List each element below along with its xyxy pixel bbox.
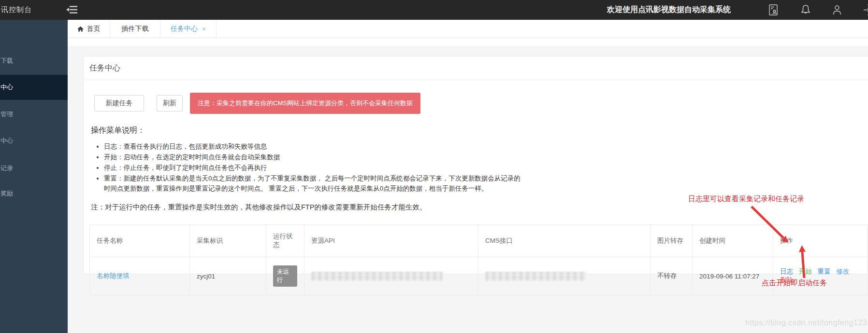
- tabstrip: 首页 插件下载 任务中心 ×: [68, 20, 868, 46]
- start-annotation-text: 点击开始即启动任务: [762, 278, 827, 288]
- sidebar-item-rewards[interactable]: 奖励: [0, 181, 68, 206]
- col-run-status: 运行状态: [266, 225, 304, 257]
- col-collect-id: 采集标识: [190, 225, 266, 257]
- cms-binding-alert: 注意：采集之前需要在你的CMS网站上绑定资源分类，否则不会采集任何数据: [190, 93, 420, 114]
- log-action-link[interactable]: 日志: [780, 268, 793, 275]
- help-item-start: 开始：启动任务，在选定的定时时间点任务就会自动采集数据: [104, 152, 521, 162]
- bell-icon[interactable]: [800, 4, 811, 16]
- brand-title: 讯控制台: [1, 5, 32, 14]
- help-item-reset: 重置：新建的任务默认采集的是当天0点之后的数据，为了不重复采集数据， 之后每一个…: [104, 173, 521, 194]
- table-row: 名称随便填 zycj01 未运行 不转存 2019-09-06 11:07:27…: [90, 257, 868, 295]
- welcome-text: 欢迎使用点讯影视数据自动采集系统: [607, 5, 731, 15]
- tab-plugin-download[interactable]: 插件下载: [110, 20, 160, 38]
- sidebar-item-center[interactable]: 中心: [0, 128, 68, 153]
- profile-card-icon[interactable]: [767, 4, 779, 16]
- actions-cell: 日志 开始 重置 修改 删除: [773, 257, 868, 295]
- refresh-button[interactable]: 刷新: [157, 95, 183, 111]
- sidebar-item-label: 管理: [0, 111, 13, 118]
- tab-label: 首页: [87, 25, 101, 33]
- image-transfer-value: 不转存: [657, 272, 677, 279]
- main-content: 任务中心 新建任务 刷新 注意：采集之前需要在你的CMS网站上绑定资源分类，否则…: [68, 46, 868, 333]
- col-created-at: 创建时间: [693, 225, 773, 257]
- watermark-text: https://blog.csdn.net/longfeng1234: [745, 319, 868, 327]
- help-item-log: 日志：查看任务执行的日志，包括更新成功和失败等信息: [104, 141, 521, 152]
- task-name-link[interactable]: 名称随便填: [97, 272, 130, 279]
- col-cms-api: CMS接口: [478, 225, 651, 257]
- menu-help-title: 操作菜单说明：: [91, 125, 868, 136]
- start-action-link[interactable]: 开始: [799, 268, 812, 275]
- col-image-transfer: 图片转存: [651, 225, 693, 257]
- log-annotation-text: 日志里可以查看采集记录和任务记录: [688, 194, 804, 204]
- topbar: 讯控制台 欢迎使用点讯影视数据自动采集系统: [0, 0, 868, 20]
- col-task-name: 任务名称: [90, 225, 190, 257]
- user-icon[interactable]: [831, 4, 843, 16]
- tab-label: 插件下载: [122, 25, 149, 33]
- cms-api-redacted: [485, 272, 586, 281]
- task-table: 任务名称 采集标识 运行状态 资源API CMS接口 图片转存 创建时间 操作 …: [89, 224, 868, 295]
- tab-label: 任务中心: [171, 25, 198, 33]
- resource-api-redacted: [311, 272, 443, 281]
- tab-task-center[interactable]: 任务中心 ×: [160, 20, 217, 38]
- toolbar: 新建任务 刷新 注意：采集之前需要在你的CMS网站上绑定资源分类，否则不会采集任…: [94, 93, 868, 114]
- sidebar-item-label: 下载: [0, 57, 13, 64]
- help-item-stop: 停止：停止任务，即使到了定时时间点任务也不会再执行: [104, 163, 521, 173]
- sidebar-item-label: 奖励: [0, 190, 13, 197]
- collect-id-value: zycj01: [197, 273, 215, 280]
- page-title: 任务中心: [84, 56, 868, 80]
- logout-icon[interactable]: [863, 4, 868, 16]
- menu-help-list: 日志：查看任务执行的日志，包括更新成功和失败等信息 开始：启动任务，在选定的定时…: [95, 141, 521, 194]
- new-task-button[interactable]: 新建任务: [94, 95, 144, 111]
- sidebar-item-manage[interactable]: 管理: [0, 102, 68, 127]
- edit-action-link[interactable]: 修改: [836, 268, 849, 275]
- tab-home[interactable]: 首页: [68, 20, 110, 38]
- sidebar: 下载 中心 管理 中心 记录 奖励: [0, 20, 68, 333]
- sidebar-collapse-icon[interactable]: [66, 5, 78, 14]
- task-center-card: 任务中心 新建任务 刷新 注意：采集之前需要在你的CMS网站上绑定资源分类，否则…: [83, 56, 868, 274]
- col-resource-api: 资源API: [304, 225, 478, 257]
- close-icon[interactable]: ×: [202, 25, 206, 33]
- sidebar-item-label: 记录: [0, 165, 13, 172]
- created-at-value: 2019-09-06 11:07:27: [699, 273, 759, 280]
- sidebar-item-task-center[interactable]: 中心: [0, 75, 68, 100]
- status-badge: 未运行: [273, 265, 297, 287]
- runtime-note: 注：对于运行中的任务，重置操作是实时生效的，其他修改操作以及FTP的修改需要重新…: [91, 203, 868, 212]
- sidebar-item-label: 中心: [0, 83, 13, 91]
- sidebar-item-label: 中心: [0, 137, 13, 144]
- sidebar-item-records[interactable]: 记录: [0, 156, 68, 181]
- table-header-row: 任务名称 采集标识 运行状态 资源API CMS接口 图片转存 创建时间 操作: [90, 225, 868, 257]
- col-actions: 操作: [773, 225, 868, 257]
- sidebar-item-download[interactable]: 下载: [0, 48, 68, 73]
- reset-action-link[interactable]: 重置: [818, 268, 831, 275]
- home-icon: [77, 26, 84, 32]
